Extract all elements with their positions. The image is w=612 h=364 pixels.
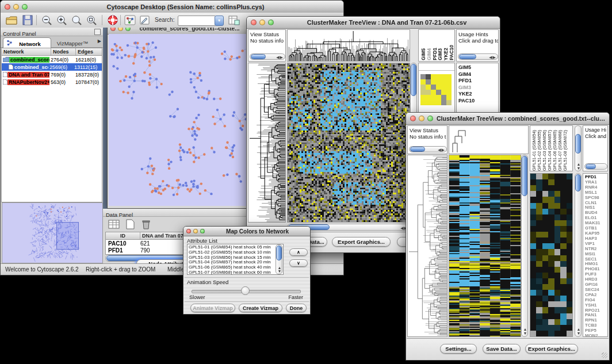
move-down-button[interactable]: ∨ (289, 259, 308, 267)
scrollbar-arrows[interactable]: ◀▶ (438, 148, 445, 152)
done-button[interactable]: Done (286, 304, 307, 312)
zoom-button[interactable] (427, 116, 433, 121)
attribute-list-item[interactable]: GPL51-07 (GSM868) heat shock 60 min (189, 270, 283, 275)
scrollbar-arrows[interactable]: ▲▼ (523, 327, 527, 335)
zoom-button[interactable] (22, 4, 28, 10)
heatmap-canvas[interactable] (288, 63, 410, 222)
attribute-table-icon[interactable] (108, 219, 120, 230)
scrollbar-thumb[interactable] (251, 54, 266, 59)
minimize-button[interactable] (13, 4, 19, 10)
delete-attribute-icon[interactable] (140, 219, 152, 230)
scrollbar-thumb[interactable] (522, 156, 527, 196)
new-attribute-icon[interactable] (124, 219, 136, 230)
settings-button[interactable]: Settings... (440, 344, 477, 354)
gene-label[interactable]: GIM5 (458, 64, 498, 71)
gene-label[interactable]: PFD1 (458, 78, 498, 85)
scrollbar-arrows[interactable]: ▲▼ (577, 162, 581, 170)
save-icon[interactable] (21, 14, 34, 26)
minimize-button[interactable] (193, 229, 198, 233)
scrollbar-thumb[interactable] (459, 54, 476, 59)
move-up-button[interactable]: ∧ (289, 248, 308, 256)
zoom-selected-icon[interactable] (71, 14, 83, 26)
id-column-header[interactable]: ID (106, 232, 140, 239)
attribute-browser-icon[interactable] (227, 14, 240, 26)
create-vizmap-button[interactable]: Create Vizmap (239, 304, 282, 312)
zoom-vscrollbar[interactable]: ▲▼ (575, 173, 582, 337)
dialog-title-bar[interactable]: Map Colors to Network (183, 227, 310, 236)
close-button[interactable] (110, 28, 116, 31)
treeview1-title-bar[interactable]: ClusterMaker TreeView : DNA and Tran 07-… (247, 17, 500, 29)
column-dendrogram-canvas[interactable] (288, 30, 410, 61)
save-data-button[interactable]: Save Data... (483, 344, 521, 354)
treeview2-gene-list[interactable]: PFD1YRA1RNR4MSL1SPC98CLN1NIS1BUD4ELG1MAK… (583, 173, 608, 337)
similarity-matrix-canvas[interactable] (420, 74, 452, 105)
tab-overflow-arrow[interactable]: ▶ (98, 39, 101, 44)
column-labels-scrollbar[interactable]: ▲▼ (575, 125, 582, 171)
global-heatmap-canvas[interactable] (449, 155, 521, 336)
row-dendrogram-canvas[interactable] (248, 63, 285, 222)
export-graphics-button[interactable]: Export Graphics... (525, 344, 578, 354)
close-button[interactable] (251, 20, 257, 25)
network-overview-panel[interactable] (2, 202, 103, 263)
col-header-network[interactable]: Network (2, 48, 51, 55)
scrollbar-arrows[interactable]: ▲▼ (278, 266, 282, 273)
attribute-list-scrollbar[interactable]: ▲▼ (276, 244, 282, 274)
scrollbar-thumb[interactable] (575, 174, 581, 191)
scrollbar-arrows[interactable]: ◀▶ (276, 55, 284, 60)
network-graph-icon[interactable] (124, 14, 136, 26)
gene-label[interactable]: YKE2 (458, 91, 498, 98)
column-dendrogram-sliver[interactable] (450, 126, 468, 154)
global-vscrollbar[interactable]: ▲▼ (521, 155, 528, 337)
gene-label[interactable]: GIM4 (458, 71, 498, 78)
gene-label[interactable]: MON2 (585, 334, 607, 337)
attribute-list-item[interactable]: GPL51-03 (GSM856) heat shock 15 min (189, 255, 283, 260)
scrollbar-arrows[interactable]: ◀▶ (489, 55, 496, 60)
minimize-button[interactable] (118, 28, 123, 31)
tab-network[interactable]: Network (3, 37, 51, 48)
scrollbar-thumb[interactable] (410, 147, 425, 152)
gene-label[interactable]: GIM3 (458, 85, 498, 91)
network-row-dna-tran[interactable]: DNA and Tran 07 769(0) 183728(0) (2, 71, 102, 78)
animate-vizmap-button[interactable]: Animate Vizmap (190, 304, 235, 312)
zoom-out-icon[interactable] (41, 14, 53, 26)
zoom-heatmap-canvas[interactable] (530, 174, 572, 336)
search-dropdown-arrow[interactable]: ▾ (215, 16, 224, 26)
network-view-canvas[interactable] (109, 34, 247, 206)
open-file-icon[interactable] (5, 14, 18, 26)
col-header-nodes[interactable]: Nodes (51, 48, 76, 55)
help-lifesaver-icon[interactable] (106, 14, 119, 26)
scrollbar-thumb[interactable] (411, 64, 416, 96)
attribute-list-item[interactable]: GPL51-01 (GSM854) heat shock 05 min (189, 245, 283, 250)
gene-label[interactable]: PAC10 (458, 98, 498, 105)
network-overview-canvas[interactable] (2, 203, 101, 262)
main-title-bar[interactable]: Cytoscape Desktop (Session Name: collins… (1, 1, 343, 13)
tab-vizmapper[interactable]: VizMapper™ (51, 37, 94, 47)
scrollbar-thumb[interactable] (586, 164, 596, 169)
attribute-list-item[interactable]: GPL51-02 (GSM855) heat shock 10 min (189, 250, 283, 255)
zoom-in-icon[interactable] (56, 14, 68, 26)
zoom-button[interactable] (200, 229, 205, 233)
attribute-list-item[interactable]: GPL51-04 (GSM857) heat shock 20 min (189, 260, 283, 265)
attribute-list-item[interactable]: GPL51-06 (GSM865) heat shock 40 min (189, 265, 283, 270)
scrollbar-thumb[interactable] (575, 134, 581, 154)
close-button[interactable] (410, 116, 416, 121)
attribute-list[interactable]: GPL51-01 (GSM854) heat shock 05 minGPL51… (187, 244, 284, 275)
search-input[interactable] (178, 16, 216, 26)
minimize-button[interactable] (419, 116, 424, 121)
treeview2-title-bar[interactable]: ClusterMaker TreeView : combined_scores_… (406, 113, 609, 125)
close-button[interactable] (5, 4, 10, 10)
close-button[interactable] (186, 229, 191, 233)
row-dendrogram-canvas[interactable] (408, 155, 447, 336)
network-row-combined-scores[interactable]: combined_scores 2764(0) 16218(0) (2, 56, 102, 63)
annotation-icon[interactable] (139, 14, 151, 26)
view-status-scrollbar[interactable]: ◀▶ (250, 53, 285, 60)
scrollbar-arrows[interactable]: ▲▼ (577, 327, 581, 335)
col-header-edges[interactable]: Edges (76, 48, 102, 55)
usage-hints-scrollbar[interactable]: ◀▶ (458, 53, 498, 60)
zoom-button[interactable] (268, 20, 274, 25)
scrollbar-thumb[interactable] (276, 246, 282, 260)
export-graphics-button[interactable]: Export Graphics... (332, 237, 391, 247)
network-row-selected[interactable]: combined_sco 2569(6) 13112(15) (2, 63, 102, 71)
float-panel-icon[interactable] (94, 29, 101, 35)
minimize-button[interactable] (259, 20, 265, 25)
